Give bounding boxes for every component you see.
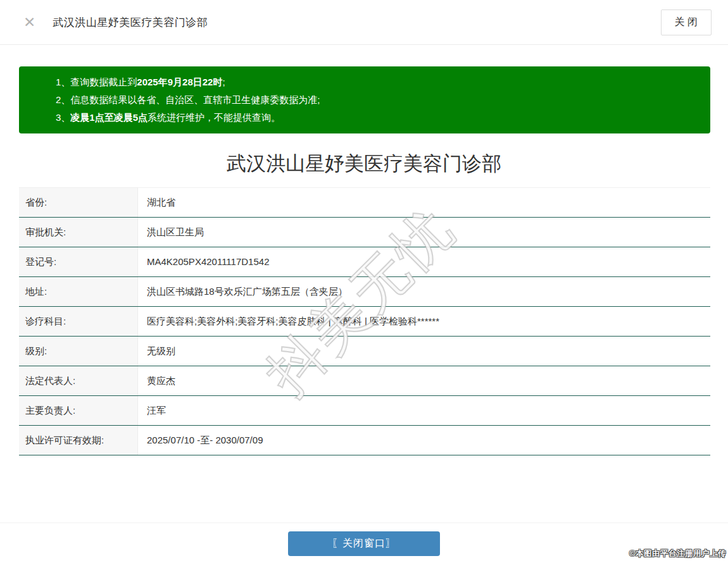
row-registration-number: 登记号: MA4K205PX42011117D1542 [19,247,710,277]
notice-line-bold: 凌晨1点至凌晨5点 [70,112,147,123]
field-value: 洪山区卫生局 [138,218,710,247]
row-approval-authority: 审批机关: 洪山区卫生局 [19,218,710,247]
header-title: 武汉洪山星妤美医疗美容门诊部 [53,15,208,30]
row-legal-representative: 法定代表人: 黄应杰 [19,366,710,396]
field-value: 2025/07/10 -至- 2030/07/09 [138,426,710,455]
close-x-icon[interactable]: ✕ [23,15,35,30]
field-value: 无级别 [138,337,710,366]
field-label: 主要负责人: [19,396,138,425]
info-table: 省份: 湖北省 审批机关: 洪山区卫生局 登记号: MA4K205PX42011… [19,187,710,455]
close-window-button[interactable]: 〖关闭窗口〗 [288,531,440,556]
notice-line-2: 2、信息数据结果以各省、自治区、直辖市卫生健康委数据为准; [56,91,698,109]
row-address: 地址: 洪山区书城路18号欢乐汇广场第五层（含夹层） [19,277,710,307]
field-label: 法定代表人: [19,366,138,395]
field-label: 地址: [19,277,138,306]
field-value: 医疗美容科;美容外科;美容牙科;美容皮肤科 | 麻醉科 | 医学检验科*****… [138,307,710,336]
row-medical-departments: 诊疗科目: 医疗美容科;美容外科;美容牙科;美容皮肤科 | 麻醉科 | 医学检验… [19,307,710,337]
notice-line-text: 信息数据结果以各省、自治区、直辖市卫生健康委数据为准; [70,94,320,105]
field-label: 登记号: [19,247,138,276]
row-license-validity: 执业许可证有效期: 2025/07/10 -至- 2030/07/09 [19,426,710,455]
field-value: 黄应杰 [138,366,710,395]
copyright-watermark: ©本图由平台注册用户上传 [629,548,726,559]
row-level: 级别: 无级别 [19,337,710,366]
field-label: 级别: [19,337,138,366]
notice-line-bold: 2025年9月28日22时 [137,77,222,87]
footer-button-area: 〖关闭窗口〗 [0,531,728,556]
field-label: 执业许可证有效期: [19,426,138,455]
notice-line-text: 系统进行维护，不能提供查询。 [147,112,280,123]
notice-line-3: 3、凌晨1点至凌晨5点系统进行维护，不能提供查询。 [56,109,698,127]
field-value: 汪军 [138,396,710,425]
field-label: 省份: [19,188,138,217]
notice-line-text: 查询数据截止到 [70,77,137,87]
close-button-top[interactable]: 关 闭 [661,9,712,35]
field-label: 诊疗科目: [19,307,138,336]
notice-line-number: 1、 [56,77,70,87]
header-bar: ✕ 武汉洪山星妤美医疗美容门诊部 关 闭 [0,0,728,45]
bottom-divider [0,523,728,523]
notice-line-1: 1、查询数据截止到2025年9月28日22时; [56,73,698,91]
page-title: 武汉洪山星妤美医疗美容门诊部 [0,152,728,175]
notice-line-number: 2、 [56,94,70,105]
field-value: 湖北省 [138,188,710,217]
row-province: 省份: 湖北省 [19,188,710,218]
row-person-in-charge: 主要负责人: 汪军 [19,396,710,426]
field-label: 审批机关: [19,218,138,247]
notice-box: 1、查询数据截止到2025年9月28日22时; 2、信息数据结果以各省、自治区、… [19,66,710,133]
field-value: 洪山区书城路18号欢乐汇广场第五层（含夹层） [138,277,710,306]
field-value: MA4K205PX42011117D1542 [138,247,710,276]
notice-line-text: ; [222,77,225,87]
notice-line-number: 3、 [56,112,70,123]
